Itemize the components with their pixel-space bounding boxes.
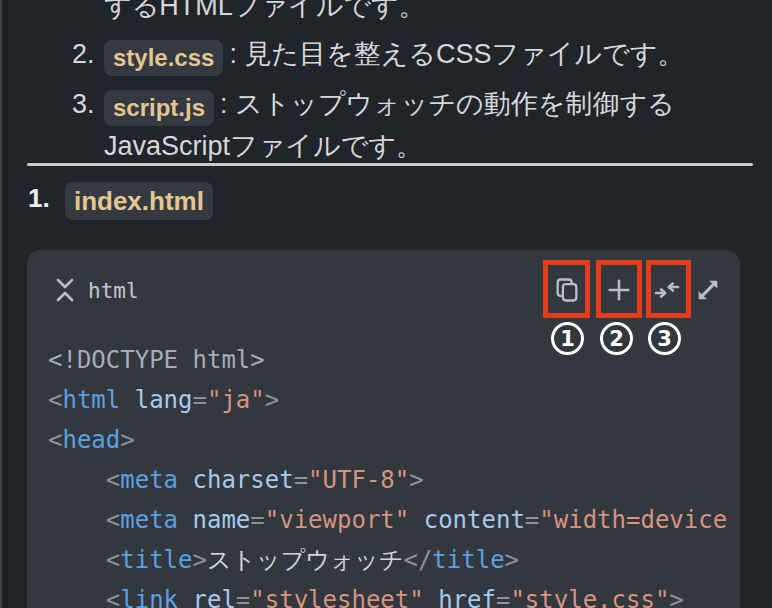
code-token: link	[120, 586, 178, 608]
code-token: lang	[135, 386, 193, 414]
code-token	[409, 506, 423, 534]
code-line: <meta charset="UTF-8">	[48, 460, 740, 500]
code-block: html 1 2 3 <!DOCTYPE html><html	[27, 250, 740, 608]
code-line: <title>ストップウォッチ</title>	[48, 540, 740, 580]
file-list: するHTMLファイルです。 2. style.css: 見た目を整えるCSSファ…	[0, 0, 762, 166]
code-token: content	[424, 506, 525, 534]
horizontal-divider	[27, 163, 753, 166]
code-token: <	[48, 426, 62, 454]
code-token: "width=device	[539, 506, 727, 534]
section-heading: 1. index.html	[28, 182, 219, 220]
list-item-text: : 見た目を整えるCSSファイルです。	[229, 39, 684, 69]
code-token: >	[193, 546, 207, 574]
list-item-number: 2.	[72, 34, 95, 74]
code-token: >	[265, 386, 279, 414]
code-token: meta	[120, 506, 178, 534]
code-content: <!DOCTYPE html><html lang="ja"><head> <m…	[48, 340, 740, 608]
section-number: 1.	[28, 183, 50, 213]
code-line: <html lang="ja">	[48, 380, 740, 420]
code-token: rel	[193, 586, 236, 608]
code-token: charset	[193, 466, 294, 494]
code-token: "UTF-8"	[308, 466, 409, 494]
code-token: >	[505, 546, 519, 574]
annotation-box-1	[543, 260, 590, 318]
code-token: <	[48, 386, 62, 414]
code-token	[178, 506, 192, 534]
code-token: =	[193, 386, 207, 414]
code-token: href	[438, 586, 496, 608]
annotation-circled-number-1: 1	[551, 322, 584, 355]
code-token: >	[409, 466, 423, 494]
code-token: =	[294, 466, 308, 494]
code-line: <link rel="stylesheet" href="style.css">	[48, 580, 740, 608]
list-item: 2. style.css: 見た目を整えるCSSファイルです。	[0, 34, 762, 76]
code-token	[120, 386, 134, 414]
code-token: title	[120, 546, 192, 574]
list-item-overflow-text: するHTMLファイルです。	[0, 0, 762, 26]
code-token: title	[432, 546, 504, 574]
code-token: head	[62, 426, 120, 454]
code-line: <meta name="viewport" content="width=dev…	[48, 500, 740, 540]
code-token: <	[48, 506, 120, 534]
code-token: name	[193, 506, 251, 534]
list-item: 3. script.js: ストップウォッチの動作を制御する JavaScrip…	[0, 84, 762, 166]
code-token: "ja"	[207, 386, 265, 414]
inline-code-chip: style.css	[104, 40, 223, 76]
code-token: meta	[120, 466, 178, 494]
code-token: =	[496, 586, 510, 608]
code-token	[178, 586, 192, 608]
code-token: <!DOCTYPE html>	[48, 346, 265, 374]
code-token	[178, 466, 192, 494]
code-token: <	[48, 466, 120, 494]
inline-code-chip: script.js	[104, 90, 214, 126]
code-token: =	[236, 586, 250, 608]
code-token: "style.css"	[510, 586, 669, 608]
annotation-circled-number-3: 3	[648, 322, 681, 355]
code-token: =	[250, 506, 264, 534]
code-token: </	[403, 546, 432, 574]
annotation-box-3	[646, 260, 691, 318]
code-token: "viewport"	[265, 506, 410, 534]
code-token: "stylesheet"	[250, 586, 423, 608]
code-line: <!DOCTYPE html>	[48, 340, 740, 380]
list-item-number: 3.	[72, 84, 95, 124]
collapse-code-icon[interactable]	[54, 276, 76, 304]
code-token	[424, 586, 438, 608]
annotation-box-2	[596, 260, 642, 318]
code-token: <	[48, 586, 120, 608]
list-item-text: : ストップウォッチの動作を制御する	[220, 89, 675, 119]
code-token: <	[48, 546, 120, 574]
code-token: ストップウォッチ	[207, 546, 404, 574]
code-token: >	[120, 426, 134, 454]
annotation-circled-number-2: 2	[600, 322, 633, 355]
code-token: html	[62, 386, 120, 414]
list-item-text-wrapped: JavaScriptファイルです。	[104, 131, 423, 161]
code-line: <head>	[48, 420, 740, 460]
code-token: =	[525, 506, 539, 534]
expand-code-button[interactable]	[694, 276, 722, 304]
inline-code-chip: index.html	[65, 182, 213, 220]
code-token: >	[669, 586, 683, 608]
code-language-label: html	[88, 279, 139, 303]
